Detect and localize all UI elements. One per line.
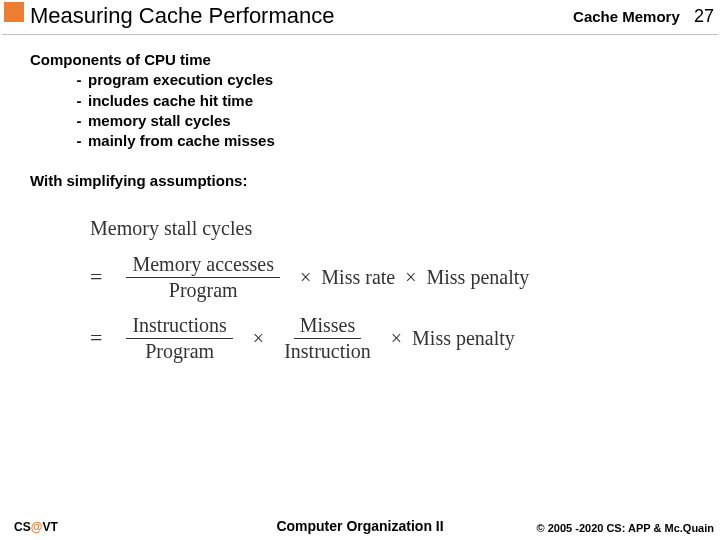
fraction: Instructions Program [126,315,232,362]
fraction: Memory accesses Program [126,254,280,301]
equals-icon: = [90,264,102,290]
list-item: -program execution cycles [70,70,700,90]
list-item: -memory stall cycles [70,111,700,131]
slide-title: Measuring Cache Performance [30,3,334,29]
slide-header: Measuring Cache Performance Cache Memory… [0,0,720,38]
bullet-text: memory stall cycles [88,112,231,129]
bullet-text: includes cache hit time [88,92,253,109]
list-item: -includes cache hit time [70,91,700,111]
header-right: Cache Memory 27 [573,6,714,27]
footer-copyright: © 2005 -2020 CS: APP & Mc.Quain [537,522,714,534]
header-bullet-icon [4,2,24,22]
heading-components: Components of CPU time [30,50,700,70]
formula-term: Miss rate [321,266,395,289]
formula-lhs: Memory stall cycles [90,217,252,240]
times-icon: × [405,266,416,289]
fraction-denominator: Instruction [284,339,371,362]
fraction: Misses Instruction [284,315,371,362]
header-divider [2,34,718,35]
slide-body: Components of CPU time -program executio… [30,50,700,376]
formula-block: Memory stall cycles = Memory accesses Pr… [90,217,700,362]
formula-line-2: = Memory accesses Program × Miss rate × … [90,254,700,301]
times-icon: × [300,266,311,289]
times-icon: × [391,327,402,350]
fraction-numerator: Instructions [126,315,232,339]
formula-line-1: Memory stall cycles [90,217,700,240]
section-label: Cache Memory [573,8,680,25]
heading-assumptions: With simplifying assumptions: [30,171,700,191]
fraction-denominator: Program [145,339,214,362]
fraction-numerator: Memory accesses [126,254,280,278]
equals-icon: = [90,325,102,351]
fraction-denominator: Program [169,278,238,301]
page-number: 27 [694,6,714,26]
slide: Measuring Cache Performance Cache Memory… [0,0,720,540]
formula-term: Miss penalty [412,327,515,350]
formula-line-3: = Instructions Program × Misses Instruct… [90,315,700,362]
formula-term: Miss penalty [427,266,530,289]
list-item: -mainly from cache misses [70,131,700,151]
bullet-text: program execution cycles [88,71,273,88]
fraction-numerator: Misses [294,315,362,339]
times-icon: × [253,327,264,350]
slide-footer: CS@VT Computer Organization II © 2005 -2… [0,514,720,534]
bullet-text: mainly from cache misses [88,132,275,149]
